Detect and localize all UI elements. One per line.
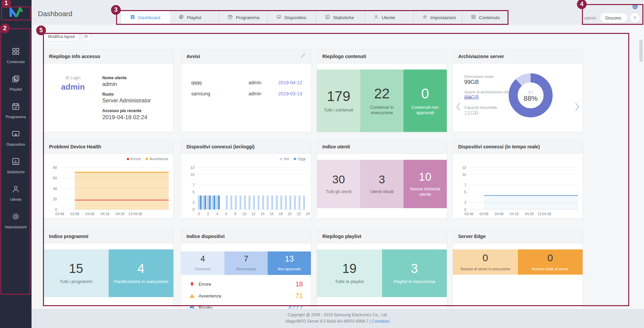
svg-text:14: 14 bbox=[261, 212, 265, 216]
tab-dispositivo[interactable]: Dispositivo bbox=[267, 10, 316, 25]
tile-label: Tutti i programmi bbox=[56, 279, 96, 284]
notice-name: samsung bbox=[191, 91, 249, 96]
check-icon bbox=[189, 305, 196, 309]
storage-next-icon[interactable] bbox=[575, 102, 579, 112]
calendar-icon bbox=[11, 102, 20, 112]
monitor-icon bbox=[11, 130, 20, 140]
card-device-health: Problemi Device Health ErroreAvvertenza … bbox=[43, 140, 174, 219]
card-title: Riepilogo contenuti bbox=[322, 54, 441, 59]
summary-tile[interactable]: 30Tutti gli utenti bbox=[317, 160, 360, 208]
logout-button[interactable]: Disconn. bbox=[600, 13, 627, 23]
storage-free-value: 11GB bbox=[464, 110, 508, 116]
tab-utente[interactable]: Utente bbox=[365, 10, 413, 25]
summary-tile[interactable]: 13Non approvato bbox=[268, 251, 311, 275]
tile-value: 0 bbox=[421, 87, 429, 101]
tile-value: 15 bbox=[69, 262, 83, 275]
sidebar-item-utente[interactable]: Utente bbox=[0, 185, 32, 212]
magicinfo-logo-icon bbox=[8, 6, 23, 18]
main-content: Modifica layout ⟳ Riepilogo info accesso… bbox=[32, 25, 644, 309]
sidebar-item-programma[interactable]: Programma bbox=[0, 102, 32, 130]
tab-playlist[interactable]: Playlist bbox=[170, 10, 219, 25]
tab-label: Impostazioni bbox=[430, 15, 456, 20]
svg-text:20: 20 bbox=[288, 212, 292, 216]
summary-tile[interactable]: 4Pianificazione in esecuzione bbox=[109, 249, 174, 297]
svg-text:8: 8 bbox=[234, 212, 236, 216]
summary-tile[interactable]: 0Contenuti non approvati bbox=[404, 69, 447, 132]
summary-tile[interactable]: 22Contenuti in esecuzione bbox=[360, 69, 404, 132]
id-login-value: admin bbox=[44, 82, 102, 92]
sidebar-item-label: Utente bbox=[10, 197, 21, 201]
content-scrollbar-thumb[interactable] bbox=[639, 40, 643, 62]
card-title: Avvisi bbox=[186, 54, 300, 59]
summary-tile[interactable]: 179Tutti i contenuti bbox=[317, 69, 360, 132]
login-field-value: admin bbox=[102, 81, 173, 87]
tile-label: Connesso bbox=[192, 267, 214, 271]
edit-notices-icon[interactable] bbox=[300, 53, 306, 60]
sidebar-item-dispositivo[interactable]: Dispositivo bbox=[0, 130, 32, 157]
summary-tile[interactable]: 10Nuova richiesta utente bbox=[404, 160, 447, 208]
logged-in-user: admin bbox=[584, 15, 596, 20]
tile-label: Non approvato bbox=[274, 267, 304, 271]
tab-dashboard[interactable]: Dashboard bbox=[121, 10, 170, 25]
sidebar-item-label: Statistiche bbox=[7, 170, 24, 174]
login-field-label: Accesso più recente bbox=[102, 108, 173, 113]
summary-tile[interactable]: 7Disconnesso bbox=[224, 251, 268, 275]
tile-label: Disconnesso bbox=[232, 267, 259, 271]
card-playlist-summary: Riepilogo playlist 19Tutte le playlist3P… bbox=[317, 229, 447, 309]
device-status-value: 4212 bbox=[288, 304, 303, 309]
notice-date-link[interactable]: 2019-03-13 bbox=[273, 91, 302, 96]
svg-text:2: 2 bbox=[193, 200, 195, 204]
tile-value: 13 bbox=[285, 255, 294, 263]
tab-programma[interactable]: Programma bbox=[219, 10, 267, 25]
summary-tile[interactable]: 3Playlist in esecuzione bbox=[382, 249, 447, 297]
login-field-value: Server Administrator bbox=[102, 98, 173, 104]
sidebar-item-label: Programma bbox=[6, 115, 26, 119]
summary-tile[interactable]: 0Numero totale di server bbox=[518, 249, 583, 275]
playlist-icon bbox=[179, 14, 184, 21]
user-icon bbox=[11, 185, 20, 195]
id-login-label: ID Login bbox=[44, 76, 102, 80]
contact-link[interactable]: Contattaci bbox=[372, 319, 390, 324]
sidebar-item-label: Contenuto bbox=[7, 60, 24, 64]
tile-label: Contenuti non approvati bbox=[404, 105, 447, 116]
svg-text:04:08: 04:08 bbox=[86, 212, 94, 216]
summary-tile[interactable]: 0Numero di server in esecuzione bbox=[453, 249, 518, 275]
notice-user: admin bbox=[249, 91, 273, 96]
summary-tile[interactable]: 3Utenti ritirati bbox=[360, 160, 404, 208]
login-field: RuoloServer Administrator bbox=[102, 92, 173, 104]
notice-date-link[interactable]: 2019-04-12 bbox=[273, 80, 302, 85]
svg-text:10: 10 bbox=[191, 173, 195, 177]
sidebar-item-contenuto[interactable]: Contenuto bbox=[0, 47, 32, 75]
sidebar-item-playlist[interactable]: Playlist bbox=[0, 75, 32, 102]
card-title: Dispositivi connessi (ieri/oggi) bbox=[186, 144, 306, 149]
svg-text:20: 20 bbox=[53, 197, 57, 201]
edit-layout-button[interactable]: Modifica layout bbox=[43, 32, 80, 41]
summary-tile[interactable]: 4Connesso bbox=[181, 251, 224, 275]
tile-label: Numero totale di server bbox=[529, 267, 572, 271]
tab-impostazioni[interactable]: Impostazioni bbox=[413, 10, 462, 25]
card-connected-realtime: Dispositivi connessi (in tempo reale) 02… bbox=[452, 140, 583, 219]
header-right: admin Disconn. ? bbox=[557, 0, 644, 25]
notice-row: samsungadmin2019-03-13 bbox=[191, 88, 302, 99]
svg-text:04:08: 04:08 bbox=[495, 212, 503, 216]
refresh-button[interactable]: ⟳ bbox=[82, 32, 91, 41]
sidebar-item-impostazioni[interactable]: Impostazioni bbox=[0, 212, 32, 240]
main-tabs: DashboardPlaylistProgrammaDispositivoSta… bbox=[121, 10, 511, 25]
svg-text:12: 12 bbox=[191, 166, 195, 170]
summary-tile[interactable]: 19Tutte le playlist bbox=[317, 249, 382, 297]
tile-value: 7 bbox=[244, 255, 248, 263]
tile-value: 30 bbox=[332, 174, 345, 185]
language-globe-icon[interactable] bbox=[632, 3, 638, 11]
tab-contenuto[interactable]: Contenuto bbox=[462, 10, 511, 25]
tab-label: Dispositivo bbox=[284, 15, 306, 20]
svg-text:13:04:38: 13:04:38 bbox=[128, 212, 142, 216]
storage-prev-icon[interactable] bbox=[456, 102, 461, 112]
help-button[interactable]: ? bbox=[630, 13, 640, 23]
sidebar-item-statistiche[interactable]: Statistiche bbox=[0, 157, 32, 185]
svg-text:13:04:38: 13:04:38 bbox=[538, 212, 551, 216]
summary-tile[interactable]: 15Tutti i programmi bbox=[44, 249, 109, 297]
tab-statistiche[interactable]: Statistiche bbox=[316, 10, 365, 25]
calendar-icon bbox=[228, 14, 233, 21]
app-logo[interactable] bbox=[0, 0, 32, 25]
tile-label: Tutte le playlist bbox=[332, 279, 367, 284]
